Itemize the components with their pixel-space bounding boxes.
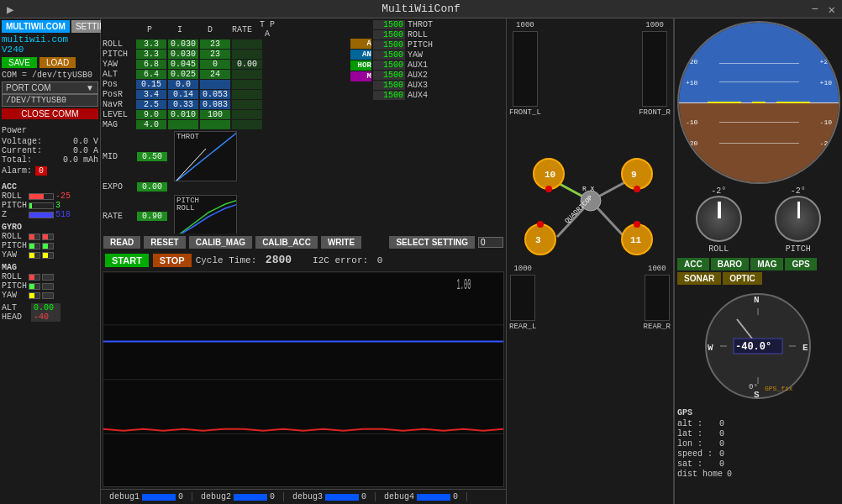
pid-rate-input[interactable] [232, 80, 262, 89]
close-button[interactable]: ✕ [829, 3, 835, 17]
debug2-item: debug2 0 [192, 492, 284, 501]
reset-button[interactable]: RESET [144, 236, 185, 249]
minimize-button[interactable]: − [812, 3, 818, 16]
titlebar: ▶ MultiWiiConf − ✕ [0, 0, 842, 18]
pid-p-input[interactable] [136, 50, 166, 59]
calib-mag-button[interactable]: CALIB_MAG [189, 236, 252, 249]
svg-point-24 [537, 221, 544, 228]
gyro-yaw-label: YAW [2, 250, 27, 260]
gps-speed-label: speed : [677, 449, 715, 459]
rate-input[interactable] [137, 212, 167, 221]
write-button[interactable]: WRITE [321, 236, 361, 249]
pid-i-input[interactable] [168, 100, 198, 109]
load-button[interactable]: LOAD [39, 57, 76, 68]
pid-d-input[interactable] [200, 90, 230, 99]
graph-area: 1.00 [103, 271, 504, 488]
pid-d-input[interactable] [200, 80, 230, 89]
pid-d-input[interactable] [200, 110, 230, 119]
svg-text:R X: R X [582, 185, 595, 192]
pid-p-input[interactable] [136, 60, 166, 69]
pid-i-input[interactable] [168, 39, 198, 49]
roll-dial-svg [697, 197, 742, 242]
gps-sensor-button[interactable]: GPS [785, 258, 816, 270]
roll-dial-label: ROLL [693, 244, 744, 254]
pid-rate-input[interactable] [232, 39, 262, 49]
pid-i-input[interactable] [168, 70, 198, 79]
rc-val: 1500 [373, 81, 405, 90]
port-item[interactable]: /DEV/TTYUSB0 [3, 95, 97, 106]
pid-p-input[interactable] [136, 90, 166, 99]
pid-label: MAG [103, 120, 134, 129]
optic-sensor-button[interactable]: OPTIC [723, 272, 762, 285]
roll-deg-val: -2° [711, 186, 726, 196]
select-setting-button[interactable]: SELECT SETTING [389, 236, 475, 249]
rear-l-label: REAR_L [509, 323, 536, 331]
pid-rate-input[interactable] [232, 100, 262, 109]
power-label: Power [2, 126, 98, 135]
mag-yaw-bar2 [42, 292, 54, 299]
pid-d-input[interactable] [200, 60, 230, 69]
multiwii-button[interactable]: MULTIWII.COM [2, 20, 70, 33]
mag-roll-label: ROLL [2, 272, 27, 281]
gyro-yaw-bar [29, 252, 40, 259]
pid-i-input[interactable] [168, 110, 198, 119]
gps-alt-val: 0 [719, 419, 724, 428]
pid-row: ALT [103, 70, 347, 79]
pid-i-input[interactable] [168, 120, 198, 129]
mag-sensor-button[interactable]: MAG [750, 258, 783, 270]
dropdown-arrow-icon: ▼ [86, 83, 94, 92]
mag-yaw-label: YAW [2, 291, 27, 300]
start-button[interactable]: START [105, 254, 149, 267]
pid-p-input[interactable] [136, 80, 166, 89]
rc-label: AUX4 [408, 91, 439, 100]
pid-i-input[interactable] [168, 50, 198, 59]
aux-subheaders: LOW MID HIGH L M H L M H L M H [350, 29, 371, 38]
expo-input1[interactable] [137, 182, 167, 192]
port-com-button[interactable]: PORT COM ▼ [2, 81, 98, 94]
gyro-yaw-bar2 [42, 252, 54, 259]
debug3-label: debug3 [292, 492, 323, 501]
titlebar-icon: ▶ [7, 3, 13, 17]
stop-button[interactable]: STOP [153, 254, 192, 267]
pid-p-input[interactable] [136, 110, 166, 119]
rc-label: AUX3 [408, 81, 439, 90]
gyro-roll-label: ROLL [2, 232, 27, 241]
pid-row: MAG [103, 120, 347, 129]
throt-chart: THROT [174, 131, 237, 181]
save-button[interactable]: SAVE [2, 57, 37, 68]
pid-i-input[interactable] [168, 80, 198, 89]
pid-i-input[interactable] [168, 90, 198, 99]
gps-speed-val: 0 [719, 449, 724, 459]
pid-d-input[interactable] [200, 120, 230, 129]
rc-val: 1500 [373, 71, 405, 80]
pid-d-input[interactable] [200, 100, 230, 109]
close-comm-button[interactable]: CLOSE COMM [2, 108, 98, 119]
pid-rate-input[interactable] [232, 50, 262, 59]
pid-i-input[interactable] [168, 60, 198, 69]
pid-rate-input[interactable] [232, 90, 262, 99]
mag-roll-bar [29, 274, 40, 281]
select-val-input[interactable] [478, 237, 503, 248]
sonar-sensor-button[interactable]: SONAR [677, 272, 721, 285]
pid-d-input[interactable] [200, 39, 230, 49]
pid-d-input[interactable] [200, 50, 230, 59]
svg-line-1 [175, 149, 206, 181]
acc-sensor-button[interactable]: ACC [677, 258, 709, 270]
pid-rate-input[interactable] [232, 110, 262, 119]
pid-rate-input[interactable] [232, 70, 262, 79]
pid-d-input[interactable] [200, 70, 230, 79]
pid-p-input[interactable] [136, 70, 166, 79]
gyro-section-label: GYRO [2, 223, 98, 232]
pid-p-input[interactable] [136, 100, 166, 109]
pid-row: ROLL [103, 39, 347, 49]
pid-rate-input[interactable] [232, 120, 262, 129]
pid-p-input[interactable] [136, 39, 166, 49]
baro-sensor-button[interactable]: BARO [711, 258, 749, 270]
rc-value-row: 1500 AUX3 [373, 81, 504, 90]
rc-label: YAW [408, 50, 439, 60]
pid-rate-input[interactable] [232, 60, 262, 69]
read-button[interactable]: READ [103, 236, 140, 249]
calib-acc-button[interactable]: CALIB_ACC [255, 236, 318, 249]
mid-input[interactable] [137, 152, 167, 161]
pid-p-input[interactable] [136, 120, 166, 129]
